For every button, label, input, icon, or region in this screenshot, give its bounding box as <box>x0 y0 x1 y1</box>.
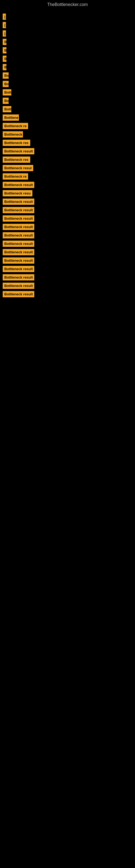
bottleneck-label: Bottleneck result <box>3 291 34 297</box>
list-item: Bottleneck res <box>3 140 132 146</box>
list-item: | <box>3 22 132 28</box>
list-item: Bottleneck result <box>3 232 132 239</box>
bottleneck-label: Bottleneck result <box>3 182 34 188</box>
list-item: B <box>3 64 132 70</box>
bottleneck-label: Bottleneck result <box>3 241 34 247</box>
bottleneck-label: | <box>3 13 6 20</box>
bottleneck-label: Bottleneck result <box>3 274 34 280</box>
site-title-text: TheBottlenecker.com <box>47 2 88 7</box>
list-item: Bottleneck result <box>3 291 132 297</box>
list-item: Bottleneck res <box>3 156 132 163</box>
list-item: Bottleneck re <box>3 173 132 180</box>
bottleneck-label: Bottleneck result <box>3 249 34 255</box>
list-item: B <box>3 39 132 45</box>
bottleneck-label: | <box>3 22 6 28</box>
bottleneck-label: Bottleneck resu <box>3 190 32 196</box>
list-item: Bottleneck resul <box>3 165 132 171</box>
bottleneck-label: Bottleneck result <box>3 283 34 289</box>
list-item: Bottleneck result <box>3 207 132 213</box>
bottleneck-label: Bottlene <box>3 115 19 121</box>
list-item: Bottleneck <box>3 131 132 137</box>
bottleneck-label: Bott <box>3 89 11 95</box>
list-item: Bottleneck result <box>3 224 132 230</box>
list-item: Bott <box>3 89 132 95</box>
bottleneck-label: Bottleneck result <box>3 215 34 222</box>
bottleneck-label: Bottleneck re <box>3 173 28 180</box>
bottleneck-label: B <box>3 56 6 62</box>
list-item: Bottlene <box>3 115 132 121</box>
bottleneck-label: Bottleneck result <box>3 198 34 205</box>
bottleneck-label: Bottleneck result <box>3 232 34 239</box>
list-item: | <box>3 13 132 20</box>
list-item: B <box>3 56 132 62</box>
bottleneck-label: Bo <box>3 81 9 87</box>
list-item: Bo <box>3 72 132 79</box>
bottleneck-label: Bottleneck result <box>3 207 34 213</box>
list-item: Bottleneck result <box>3 257 132 264</box>
bottleneck-label: Bottleneck result <box>3 257 34 264</box>
bottleneck-label: Bottleneck re <box>3 123 28 129</box>
bottleneck-label: Bottleneck resul <box>3 165 33 171</box>
bottleneck-label: Bottleneck <box>3 131 23 137</box>
bottleneck-label: Bottleneck result <box>3 266 34 272</box>
list-item: Bottleneck result <box>3 266 132 272</box>
bottleneck-label: Bo <box>3 98 9 104</box>
bottleneck-label: B <box>3 47 6 54</box>
site-title: TheBottlenecker.com <box>0 0 135 8</box>
bottleneck-label: Bott <box>3 106 11 112</box>
bottleneck-label: Bottleneck res <box>3 156 30 163</box>
list-item: Bottleneck result <box>3 148 132 154</box>
list-item: B <box>3 47 132 54</box>
list-item: Bottleneck result <box>3 283 132 289</box>
list-item: Bottleneck result <box>3 182 132 188</box>
bottleneck-label: | <box>3 30 6 37</box>
bottleneck-label: Bottleneck res <box>3 140 30 146</box>
list-item: Bottleneck result <box>3 241 132 247</box>
list-item: Bo <box>3 81 132 87</box>
list-item: Bottleneck re <box>3 123 132 129</box>
bottleneck-label: B <box>3 39 6 45</box>
list-item: Bottleneck resu <box>3 190 132 196</box>
bottleneck-label: Bo <box>3 72 9 79</box>
list-item: Bottleneck result <box>3 274 132 280</box>
list-item: | <box>3 30 132 37</box>
list-item: Bottleneck result <box>3 215 132 222</box>
list-item: Bott <box>3 106 132 112</box>
bottleneck-label: Bottleneck result <box>3 148 34 154</box>
items-list: |||BBBBBoBoBottBoBottBottleneBottleneck … <box>0 8 135 302</box>
bottleneck-label: B <box>3 64 6 70</box>
list-item: Bottleneck result <box>3 249 132 255</box>
bottleneck-label: Bottleneck result <box>3 224 34 230</box>
list-item: Bottleneck result <box>3 198 132 205</box>
list-item: Bo <box>3 98 132 104</box>
